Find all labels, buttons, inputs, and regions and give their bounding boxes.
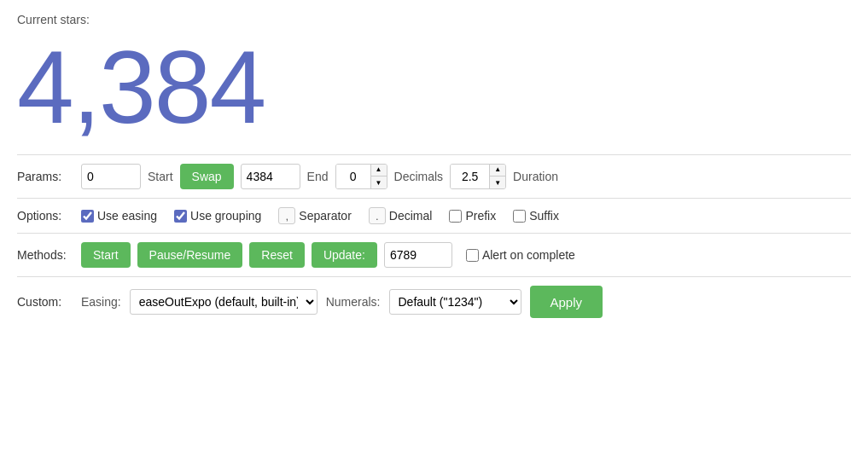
decimal-char: .: [369, 207, 386, 224]
end-label: End: [307, 170, 329, 183]
prefix-label: Prefix: [465, 209, 496, 223]
alert-checkbox[interactable]: [466, 249, 479, 262]
custom-label: Custom:: [17, 295, 81, 309]
use-easing-label: Use easing: [97, 209, 157, 223]
duration-down-button[interactable]: ▼: [490, 177, 505, 189]
alert-label[interactable]: Alert on complete: [466, 248, 575, 262]
params-section: Params: Start Swap End ▲ ▼ Decimals ▲ ▼: [17, 155, 851, 199]
use-easing-option[interactable]: Use easing: [81, 209, 157, 223]
params-content: Start Swap End ▲ ▼ Decimals ▲ ▼ Duration: [81, 164, 558, 189]
use-grouping-option[interactable]: Use grouping: [174, 209, 261, 223]
start-input[interactable]: [81, 164, 141, 189]
duration-label: Duration: [513, 170, 558, 183]
current-stars-label: Current stars:: [17, 13, 851, 26]
use-grouping-label: Use grouping: [190, 209, 261, 223]
methods-label: Methods:: [17, 248, 81, 262]
end-input[interactable]: [241, 164, 300, 189]
decimals-down-button[interactable]: ▼: [371, 177, 387, 189]
decimal-label: Decimal: [389, 209, 433, 223]
decimals-input[interactable]: [336, 165, 370, 188]
suffix-label: Suffix: [529, 209, 559, 223]
start-label: Start: [148, 170, 173, 183]
decimals-spinner-buttons: ▲ ▼: [370, 164, 387, 189]
suffix-checkbox[interactable]: [513, 210, 526, 223]
numerals-label: Numerals:: [326, 295, 381, 309]
decimals-label: Decimals: [394, 170, 444, 183]
start-button[interactable]: Start: [81, 242, 131, 268]
easing-select[interactable]: easeOutExpo (default, built-in) easeInQu…: [130, 289, 317, 315]
options-content: Use easing Use grouping , Separator . De…: [81, 207, 559, 224]
numerals-select[interactable]: Default ("1234") Arabic Farsi: [389, 289, 521, 315]
stars-section: Current stars: 4,384: [17, 9, 851, 155]
pause-resume-button[interactable]: Pause/Resume: [137, 242, 243, 268]
reset-button[interactable]: Reset: [249, 242, 305, 268]
duration-spinner-buttons: ▲ ▼: [489, 164, 505, 189]
params-label: Params:: [17, 170, 81, 183]
custom-section: Custom: Easing: easeOutExpo (default, bu…: [17, 277, 851, 331]
options-section: Options: Use easing Use grouping , Separ…: [17, 199, 851, 234]
separator-option[interactable]: , Separator: [278, 207, 351, 224]
duration-input[interactable]: [451, 165, 489, 188]
decimals-spinner[interactable]: ▲ ▼: [335, 164, 387, 189]
alert-text: Alert on complete: [482, 248, 575, 262]
methods-content: Start Pause/Resume Reset Update: Alert o…: [81, 242, 575, 268]
decimals-up-button[interactable]: ▲: [371, 164, 387, 177]
prefix-option[interactable]: Prefix: [449, 209, 496, 223]
apply-button[interactable]: Apply: [530, 286, 603, 318]
swap-button[interactable]: Swap: [180, 164, 234, 189]
decimal-option[interactable]: . Decimal: [369, 207, 433, 224]
prefix-checkbox[interactable]: [449, 210, 462, 223]
stars-value: 4,384: [17, 26, 851, 148]
update-input[interactable]: [384, 242, 452, 268]
update-button[interactable]: Update:: [312, 242, 377, 268]
use-grouping-checkbox[interactable]: [174, 210, 187, 223]
separator-label: Separator: [299, 209, 351, 223]
duration-spinner[interactable]: ▲ ▼: [450, 164, 506, 189]
custom-content: Easing: easeOutExpo (default, built-in) …: [81, 286, 603, 318]
options-label: Options:: [17, 209, 81, 223]
separator-char: ,: [278, 207, 295, 224]
methods-section: Methods: Start Pause/Resume Reset Update…: [17, 234, 851, 277]
duration-up-button[interactable]: ▲: [490, 164, 505, 177]
easing-label: Easing:: [81, 295, 121, 309]
suffix-option[interactable]: Suffix: [513, 209, 559, 223]
use-easing-checkbox[interactable]: [81, 210, 94, 223]
